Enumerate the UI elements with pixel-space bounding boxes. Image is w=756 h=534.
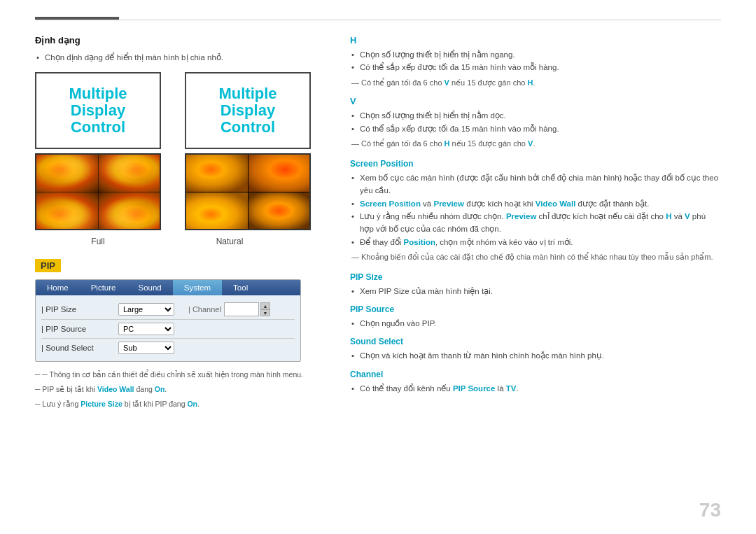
- menu-tab-tool[interactable]: Tool: [222, 280, 259, 295]
- sp-note: Khoảng biến đổi của các cài đặt cho chế …: [350, 251, 721, 264]
- full-image-grid: [36, 155, 160, 229]
- pip-note-2: ─ PIP sẽ bị tắt khi Video Wall đang On.: [35, 384, 329, 395]
- sound-select-right-title: Sound Select: [350, 337, 721, 346]
- pip-menu-bar: Home Picture Sound System Tool: [36, 280, 300, 295]
- sound-select-select[interactable]: Sub Main: [118, 342, 174, 354]
- pip-note-dash-1: ─: [35, 370, 42, 379]
- flower-q2: [99, 155, 160, 192]
- pip-menu-container: Home Picture Sound System Tool | PIP Siz…: [35, 279, 301, 362]
- stepper-up[interactable]: ▲: [260, 302, 270, 309]
- menu-tab-home[interactable]: Home: [36, 280, 80, 295]
- screen-position-bullets: Xem bố cục các màn hình (được đặt cấu hì…: [350, 171, 721, 248]
- h-letter: H: [350, 35, 721, 45]
- sp-bullet-1: Xem bố cục các màn hình (được đặt cấu hì…: [350, 171, 721, 197]
- dinh-dang-title: Định dạng: [35, 35, 329, 45]
- pip-size-right-title: PIP Size: [350, 272, 721, 282]
- flower-q4: [99, 192, 160, 230]
- h-bullet-1: Chọn số lượng thiết bị hiển thị nằm ngan…: [350, 48, 721, 61]
- h-bullet-2: Có thể sắp xếp được tối đa 15 màn hình v…: [350, 61, 721, 73]
- pip-menu-body: | PIP Size Large Medium Small | Channel …: [36, 295, 300, 361]
- display-natural-text-content: Multiple Display Control: [218, 85, 276, 136]
- screen-position-title: Screen Position: [350, 159, 721, 169]
- natural-image-grid: [186, 155, 309, 229]
- pip-source-label: | PIP Source: [41, 325, 118, 333]
- stepper-down[interactable]: ▼: [260, 309, 270, 316]
- sound-select-label: | Sound Select: [41, 344, 118, 352]
- sound-select-row: | Sound Select Sub Main: [41, 339, 295, 357]
- pip-size-right-bullets: Xem PIP Size của màn hình hiện tại.: [350, 285, 721, 297]
- display-image-grid: [35, 153, 329, 230]
- pip-size-row: | PIP Size Large Medium Small | Channel …: [41, 300, 295, 320]
- pip-source-select[interactable]: PC HDMI TV: [118, 323, 174, 335]
- flower-q1: [36, 155, 98, 192]
- pip-note-1: ─ ─ Thông tin cơ bản cần thiết để điều c…: [35, 369, 329, 381]
- natural-q4: [248, 192, 310, 230]
- channel-right-title: Channel: [350, 370, 721, 379]
- pip-source-right-bullet: Chọn nguồn vào PIP.: [350, 317, 721, 330]
- v-letter: V: [350, 96, 721, 106]
- channel-label: | Channel: [188, 305, 221, 314]
- sp-bullet-2: Screen Position và Preview được kích hoạ…: [350, 197, 721, 210]
- pip-size-select[interactable]: Large Medium Small: [118, 303, 174, 316]
- pip-note-3: ─ Lưu ý rằng Picture Size bị tắt khi PIP…: [35, 398, 329, 410]
- display-natural-image: [185, 153, 311, 230]
- right-column: H Chọn số lượng thiết bị hiển thị nằm ng…: [350, 35, 721, 410]
- channel-right-bullets: Có thể thay đổi kênh nếu PIP Source là T…: [350, 382, 721, 395]
- image-label-row: Full Natural: [35, 234, 329, 246]
- pip-size-label: | PIP Size: [41, 305, 118, 314]
- menu-tab-system[interactable]: System: [173, 280, 222, 295]
- main-layout: Định dạng Chọn định dạng để hiển thị màn…: [35, 35, 721, 410]
- h-bullets: Chọn số lượng thiết bị hiển thị nằm ngan…: [350, 48, 721, 74]
- menu-tab-picture[interactable]: Picture: [80, 280, 127, 295]
- menu-tab-sound[interactable]: Sound: [127, 280, 172, 295]
- v-note: Có thể gán tối đa 6 cho H nếu 15 được gá…: [350, 138, 721, 150]
- channel-right-bullet: Có thể thay đổi kênh nếu PIP Source là T…: [350, 382, 721, 395]
- v-bullets: Chọn số lượng thiết bị hiển thị nằm dọc.…: [350, 109, 721, 135]
- left-column: Định dạng Chọn định dạng để hiển thị màn…: [35, 35, 329, 410]
- natural-q2: [248, 155, 310, 192]
- top-rule: [35, 20, 721, 20]
- full-label: Full: [35, 234, 161, 246]
- sound-select-right-bullets: Chọn và kích hoạt âm thanh từ màn hình c…: [350, 349, 721, 362]
- display-format-grid: Multiple Display Control Multiple Displa…: [35, 72, 329, 149]
- page-container: Định dạng Chọn định dạng để hiển thị màn…: [0, 0, 756, 534]
- display-full-text: Multiple Display Control: [35, 72, 161, 149]
- sound-select-right-bullet: Chọn và kích hoạt âm thanh từ màn hình c…: [350, 349, 721, 362]
- pip-source-row: | PIP Source PC HDMI TV: [41, 320, 295, 339]
- channel-input[interactable]: [224, 302, 259, 316]
- natural-q1: [186, 155, 248, 192]
- sp-bullet-4: Để thay đổi Position, chọn một nhóm và k…: [350, 236, 721, 248]
- dinh-dang-bullets: Chọn định dạng để hiển thị màn hình bị c…: [35, 51, 329, 64]
- h-note: Có thể gán tối đa 6 cho V nếu 15 được gá…: [350, 77, 721, 90]
- flower-q3: [36, 192, 98, 230]
- sp-bullet-3: Lưu ý rằng nếu nhiều nhóm được chọn. Pre…: [350, 210, 721, 236]
- v-bullet-2: Có thể sắp xếp được tối đa 15 màn hình v…: [350, 122, 721, 135]
- channel-stepper[interactable]: ▲ ▼: [260, 302, 270, 316]
- pip-source-right-title: PIP Source: [350, 304, 721, 314]
- natural-label: Natural: [167, 234, 293, 246]
- v-bullet-1: Chọn số lượng thiết bị hiển thị nằm dọc.: [350, 109, 721, 122]
- display-natural-text: Multiple Display Control: [185, 72, 311, 149]
- display-full-image: [35, 153, 161, 230]
- display-full-text-content: Multiple Display Control: [69, 85, 127, 136]
- pip-source-right-bullets: Chọn nguồn vào PIP.: [350, 317, 721, 330]
- page-number: 73: [699, 499, 721, 521]
- pip-size-right-bullet: Xem PIP Size của màn hình hiện tại.: [350, 285, 721, 297]
- dinh-dang-bullet-1: Chọn định dạng để hiển thị màn hình bị c…: [35, 51, 329, 64]
- natural-q3: [186, 192, 248, 230]
- pip-badge: PIP: [35, 259, 61, 272]
